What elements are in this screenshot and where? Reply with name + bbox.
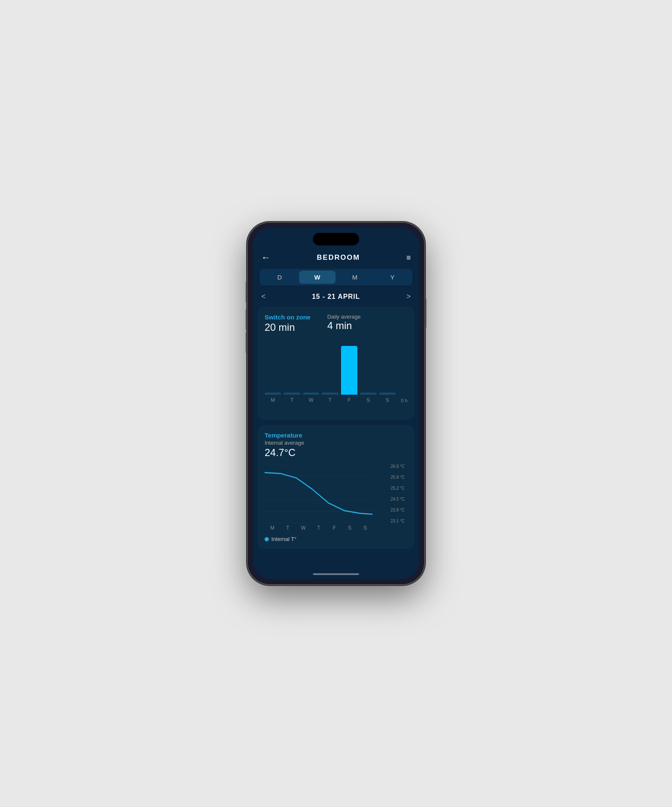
tab-d[interactable]: D — [261, 271, 298, 284]
x-label-tue: T — [280, 525, 296, 531]
legend-label: Internal T° — [271, 536, 297, 542]
y-label-1: 25.9 °C — [391, 475, 407, 480]
phone-frame: ← BEDROOM ≡ D W M Y < 15 - 21 APRIL > — [248, 223, 424, 584]
temp-section-title: Temperature — [265, 432, 407, 439]
y-label-3: 24.5 °C — [391, 497, 407, 501]
header: ← BEDROOM ≡ — [253, 245, 419, 267]
temperature-card: Temperature Internal average 24.7°C — [258, 425, 414, 549]
back-button[interactable]: ← — [261, 252, 270, 263]
line-chart-svg — [265, 464, 388, 523]
screen-content: ← BEDROOM ≡ D W M Y < 15 - 21 APRIL > — [253, 245, 419, 569]
page-title: BEDROOM — [317, 253, 360, 262]
y-label-2: 25.2 °C — [391, 486, 407, 491]
x-label-wed: W — [296, 525, 311, 531]
legend-dot — [265, 537, 269, 541]
bar-mon-fill — [265, 393, 281, 395]
x-label-sun: S — [357, 525, 373, 531]
date-range-label: 15 - 21 APRIL — [312, 293, 360, 301]
period-tabs: D W M Y — [260, 269, 412, 285]
daily-avg-stat: Daily average 4 min — [327, 314, 361, 339]
bar-chart-y-label: 0 h — [401, 398, 407, 403]
line-chart-container: M T W T F S S 26.6 °C 25.9 °C 25. — [265, 464, 407, 533]
bar-sun: S — [379, 346, 396, 403]
bar-wed: W — [303, 346, 319, 403]
chart-legend: Internal T° — [265, 536, 407, 542]
home-indicator — [253, 569, 419, 579]
tab-m[interactable]: M — [336, 271, 373, 284]
bar-sun-fill — [379, 393, 396, 395]
temp-avg-value: 24.7°C — [265, 447, 407, 459]
bar-sat-fill — [360, 393, 376, 395]
x-label-mon: M — [265, 525, 280, 531]
bar-wed-label: W — [309, 397, 313, 403]
bar-fri: F — [341, 346, 357, 403]
y-label-0: 26.6 °C — [391, 464, 407, 469]
prev-arrow[interactable]: < — [261, 292, 266, 301]
bar-chart: 0 h M T W T — [265, 346, 407, 413]
x-label-thu: T — [311, 525, 327, 531]
y-labels: 26.6 °C 25.9 °C 25.2 °C 24.5 °C 23.8 °C … — [388, 464, 407, 533]
x-labels: M T W T F S S — [265, 523, 388, 533]
bar-wed-fill — [303, 393, 319, 395]
tab-w[interactable]: W — [299, 271, 336, 284]
home-bar — [313, 573, 359, 575]
date-nav: < 15 - 21 APRIL > — [253, 290, 419, 307]
daily-avg-value: 4 min — [327, 320, 361, 332]
y-label-5: 23.1 °C — [391, 519, 407, 523]
switch-on-stat: Switch on zone 20 min — [265, 314, 310, 339]
switch-on-zone-card: Switch on zone 20 min Daily average 4 mi… — [258, 307, 414, 420]
bar-sat-label: S — [367, 397, 370, 403]
switch-on-value: 20 min — [265, 322, 310, 333]
dynamic-island — [313, 233, 359, 245]
x-label-sat: S — [342, 525, 357, 531]
line-chart-area: M T W T F S S — [265, 464, 388, 533]
bar-thu-label: T — [328, 397, 331, 403]
tab-y[interactable]: Y — [374, 271, 411, 284]
phone-screen: ← BEDROOM ≡ D W M Y < 15 - 21 APRIL > — [253, 228, 419, 579]
bar-thu: T — [322, 346, 338, 403]
filter-icon[interactable]: ≡ — [406, 253, 411, 262]
x-label-fri: F — [326, 525, 342, 531]
bar-mon: M — [265, 346, 281, 403]
bar-fri-label: F — [348, 397, 351, 403]
bar-tue-fill — [284, 393, 300, 395]
bar-thu-fill — [322, 393, 338, 395]
line-chart-wrap — [265, 464, 388, 523]
bar-tue: T — [284, 346, 300, 403]
switch-on-label: Switch on zone — [265, 314, 310, 321]
bar-mon-label: M — [271, 397, 275, 403]
bar-tue-label: T — [290, 397, 293, 403]
daily-avg-label: Daily average — [327, 314, 361, 320]
temp-avg-label: Internal average — [265, 440, 407, 446]
bar-sat: S — [360, 346, 376, 403]
bar-sun-label: S — [386, 397, 389, 403]
bar-fri-fill — [341, 346, 357, 395]
y-label-4: 23.8 °C — [391, 508, 407, 512]
next-arrow[interactable]: > — [406, 292, 411, 301]
stats-row: Switch on zone 20 min Daily average 4 mi… — [265, 314, 407, 339]
